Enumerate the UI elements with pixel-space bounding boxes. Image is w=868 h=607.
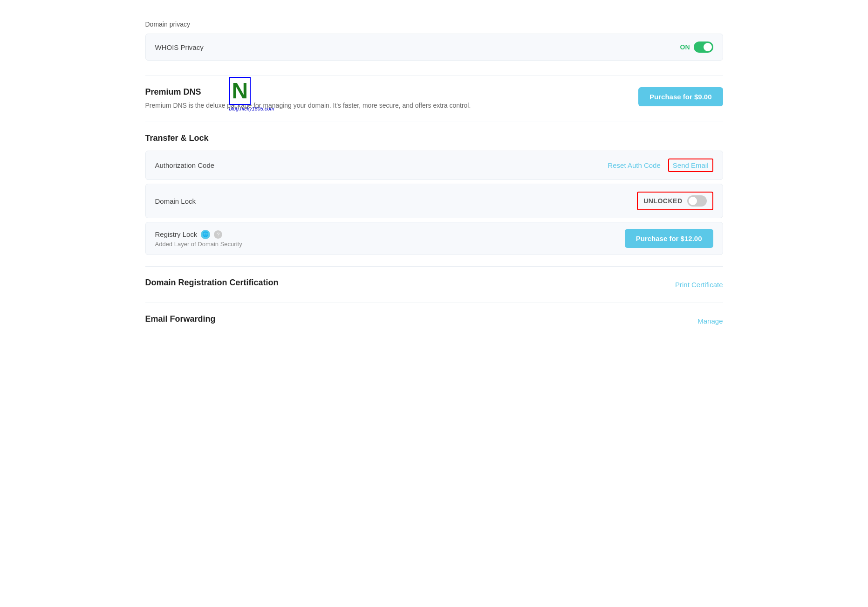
- domain-lock-row: Domain Lock UNLOCKED: [145, 184, 723, 218]
- globe-icon: 🌐: [201, 230, 210, 239]
- whois-privacy-row: WHOIS Privacy ON: [145, 34, 723, 61]
- registry-lock-subtitle: Added Layer of Domain Security: [155, 241, 242, 248]
- cert-title: Domain Registration Certification: [145, 278, 279, 288]
- registry-lock-label: Registry Lock: [155, 230, 198, 238]
- premium-dns-title: Premium DNS: [145, 87, 518, 97]
- manage-email-forwarding-button[interactable]: Manage: [697, 317, 723, 325]
- premium-dns-content: Premium DNS Premium DNS is the deluxe pa…: [145, 87, 518, 110]
- premium-dns-section: Premium DNS Premium DNS is the deluxe pa…: [145, 76, 723, 122]
- whois-privacy-label: WHOIS Privacy: [155, 43, 204, 51]
- certification-section: Domain Registration Certification Print …: [145, 267, 723, 303]
- toggle-on-label: ON: [680, 43, 690, 51]
- registry-lock-row: Registry Lock 🌐 ? Added Layer of Domain …: [145, 222, 723, 255]
- registry-lock-purchase-button[interactable]: Purchase for $12.00: [625, 229, 713, 248]
- domain-lock-state-label: UNLOCKED: [643, 197, 682, 205]
- domain-lock-toggle-group[interactable]: UNLOCKED: [637, 192, 713, 210]
- whois-toggle-switch[interactable]: [694, 41, 713, 53]
- registry-lock-title-group: Registry Lock 🌐 ?: [155, 230, 242, 239]
- auth-code-actions: Reset Auth Code Send Email: [608, 159, 713, 172]
- premium-dns-desc: Premium DNS is the deluxe package for ma…: [145, 101, 518, 110]
- transfer-lock-header: Transfer & Lock: [145, 133, 723, 143]
- help-icon[interactable]: ?: [214, 230, 222, 239]
- domain-privacy-section: Domain privacy WHOIS Privacy ON: [145, 9, 723, 76]
- registry-lock-info: Registry Lock 🌐 ? Added Layer of Domain …: [155, 230, 242, 248]
- domain-lock-toggle-switch[interactable]: [687, 195, 707, 207]
- reset-auth-code-button[interactable]: Reset Auth Code: [608, 161, 660, 169]
- auth-code-label: Authorization Code: [155, 161, 215, 169]
- whois-toggle-group[interactable]: ON: [680, 41, 713, 53]
- transfer-lock-section: Transfer & Lock Authorization Code Reset…: [145, 122, 723, 267]
- premium-dns-purchase-button[interactable]: Purchase for $9.00: [638, 87, 723, 106]
- email-forwarding-title: Email Forwarding: [145, 314, 216, 324]
- print-certificate-button[interactable]: Print Certificate: [675, 281, 723, 289]
- domain-lock-label: Domain Lock: [155, 197, 196, 205]
- domain-privacy-label: Domain privacy: [145, 21, 723, 28]
- auth-code-row: Authorization Code Reset Auth Code Send …: [145, 151, 723, 180]
- transfer-lock-title: Transfer & Lock: [145, 133, 723, 143]
- send-email-button[interactable]: Send Email: [668, 159, 713, 172]
- email-forwarding-section: Email Forwarding Manage: [145, 303, 723, 339]
